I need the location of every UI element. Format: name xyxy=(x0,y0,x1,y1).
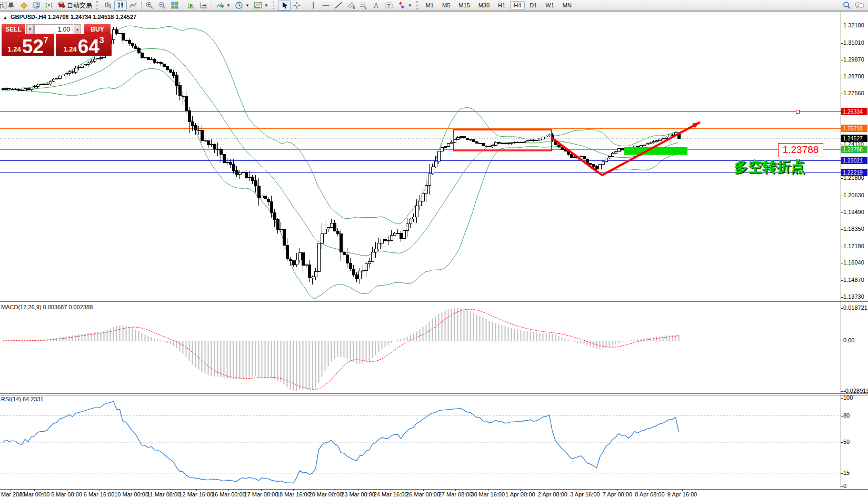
chart-shift-icon[interactable] xyxy=(197,1,210,11)
horizontal-line-icon[interactable] xyxy=(320,1,332,11)
timeframe-h4[interactable]: H4 xyxy=(510,1,525,9)
time-label: 10 Mar 00:00 xyxy=(114,491,148,497)
toolbar-separator xyxy=(183,1,183,9)
autotrading-label: 自动交易 xyxy=(67,1,92,10)
time-label: 23 Mar 08:00 xyxy=(341,491,375,497)
toolbar: 新订单 自动交易 ▼ ▼ ▼ E F A T ▼ M xyxy=(0,0,868,12)
line-chart-icon[interactable] xyxy=(127,1,139,11)
terminal-icon[interactable] xyxy=(30,1,43,11)
time-tick-mark xyxy=(11,490,11,491)
auto-scroll-icon[interactable] xyxy=(185,1,197,11)
time-label: 4 Mar 00:00 xyxy=(19,491,50,497)
time-tick-mark xyxy=(99,490,99,491)
strategy-tester-icon[interactable] xyxy=(43,1,55,11)
time-tick-mark xyxy=(553,490,553,491)
mt4-window: 新订单 自动交易 ▼ ▼ ▼ E F A T ▼ M xyxy=(0,0,868,498)
timeframe-switcher: M1M5M15M30H1H4D1W1MN xyxy=(422,1,576,9)
timeframe-h1[interactable]: H1 xyxy=(494,1,509,9)
macd-label: MACD(12,26,9) 0.003687 0.002388 xyxy=(1,304,93,310)
chevron-down-icon: ▼ xyxy=(245,3,250,8)
price-chart-canvas[interactable] xyxy=(0,12,868,489)
buy-price-box[interactable]: 1.24643 xyxy=(56,34,112,56)
buy-button[interactable]: BUY xyxy=(84,24,111,34)
time-label: 11 Mar 08:00 xyxy=(147,491,181,497)
toolbar-grip xyxy=(416,1,420,9)
timeframe-w1[interactable]: W1 xyxy=(542,1,558,9)
key-price-tag[interactable]: 1.23788 xyxy=(778,143,823,157)
time-tick-mark xyxy=(391,490,391,491)
text-label-icon[interactable]: T xyxy=(383,1,395,11)
bar-chart-icon[interactable] xyxy=(102,1,114,11)
time-tick-mark xyxy=(132,490,132,491)
timeframe-d1[interactable]: D1 xyxy=(526,1,541,9)
time-tick-mark xyxy=(326,490,326,491)
vertical-line-icon[interactable] xyxy=(307,1,320,11)
chart-workspace[interactable]: ▲ GBPUSD-,H4 1.24706 1.24734 1.24518 1.2… xyxy=(0,12,868,498)
time-tick-mark xyxy=(520,490,521,491)
symbol-name: GBPUSD-,H4 xyxy=(11,14,46,20)
time-label: 2 Apr 08:00 xyxy=(538,491,567,497)
arrows-tool-button[interactable]: ▼ xyxy=(395,1,414,11)
level-lines[interactable] xyxy=(0,110,841,174)
chevron-down-icon: ▼ xyxy=(408,3,412,8)
bar-open: 1.24706 xyxy=(48,14,69,20)
time-tick-mark xyxy=(455,490,456,491)
time-tick-mark xyxy=(617,490,618,491)
time-label: 27 Mar 08:00 xyxy=(438,491,473,497)
chart-ohlc-header: ▲ GBPUSD-,H4 1.24706 1.24734 1.24518 1.2… xyxy=(3,14,136,20)
time-label: 8 Apr 08:00 xyxy=(635,491,664,497)
zoom-out-icon[interactable] xyxy=(156,1,168,11)
zoom-in-icon[interactable] xyxy=(143,1,156,11)
search-icon[interactable] xyxy=(841,1,853,11)
sell-button[interactable]: SELL xyxy=(2,24,25,34)
time-tick-mark xyxy=(488,490,488,491)
timeframe-mn[interactable]: MN xyxy=(559,1,575,9)
templates-button[interactable]: ▼ xyxy=(252,1,271,11)
chart-symbol-icon: ▲ xyxy=(3,15,7,20)
new-order-icon[interactable] xyxy=(17,1,30,11)
timeframe-m1[interactable]: M1 xyxy=(422,1,437,9)
cursor-icon[interactable] xyxy=(278,1,291,11)
text-icon[interactable]: A xyxy=(370,1,383,11)
time-axis[interactable]: Mar 20204 Mar 00:005 Mar 08:006 Mar 16:0… xyxy=(0,489,868,498)
fibonacci-icon[interactable]: F xyxy=(357,1,370,11)
volume-up-stepper[interactable]: ▲ xyxy=(74,24,81,34)
trendline-icon[interactable] xyxy=(332,1,345,11)
sell-price-box[interactable]: 1.24527 xyxy=(2,34,54,56)
time-label: 17 Mar 08:00 xyxy=(244,491,278,497)
svg-text:A: A xyxy=(374,2,378,9)
tile-windows-icon[interactable] xyxy=(168,1,181,11)
line-handle xyxy=(796,110,799,114)
chat-icon[interactable] xyxy=(853,1,866,11)
time-tick-mark xyxy=(196,490,197,491)
toolbar-separator xyxy=(212,1,212,9)
toolbar-grip xyxy=(96,1,99,9)
time-tick-mark xyxy=(164,490,164,491)
time-tick-mark xyxy=(650,490,650,491)
equidistant-channel-icon[interactable]: E xyxy=(345,1,357,11)
time-tick-mark xyxy=(423,490,424,491)
turning-point-note[interactable]: 多空转折点 xyxy=(734,157,805,176)
candlesticks xyxy=(2,27,680,284)
crosshair-icon[interactable] xyxy=(291,1,303,11)
volume-down-stepper[interactable]: ▼ xyxy=(26,24,34,34)
bar-high: 1.24734 xyxy=(71,14,92,20)
svg-text:F: F xyxy=(365,6,367,10)
autotrading-button[interactable]: 自动交易 xyxy=(55,1,94,11)
time-label: 6 Mar 16:00 xyxy=(84,491,115,497)
candlestick-chart-icon[interactable] xyxy=(114,1,127,11)
chevron-down-icon: ▼ xyxy=(264,3,268,8)
indicators-button[interactable]: ▼ xyxy=(214,1,233,11)
buy-price-sup: 3 xyxy=(99,36,104,45)
time-label: 16 Mar 00:00 xyxy=(212,491,246,497)
highlight-bar[interactable] xyxy=(624,147,687,155)
periods-button[interactable]: ▼ xyxy=(233,1,252,11)
volume-input[interactable] xyxy=(34,24,73,34)
autotrading-icon xyxy=(57,1,65,10)
timeframe-m30[interactable]: M30 xyxy=(475,1,493,9)
time-label: 12 Mar 16:00 xyxy=(179,491,213,497)
timeframe-m15[interactable]: M15 xyxy=(455,1,473,9)
time-label: 18 Mar 16:00 xyxy=(276,491,311,497)
new-order-label[interactable]: 新订单 xyxy=(0,1,17,10)
timeframe-m5[interactable]: M5 xyxy=(438,1,454,9)
